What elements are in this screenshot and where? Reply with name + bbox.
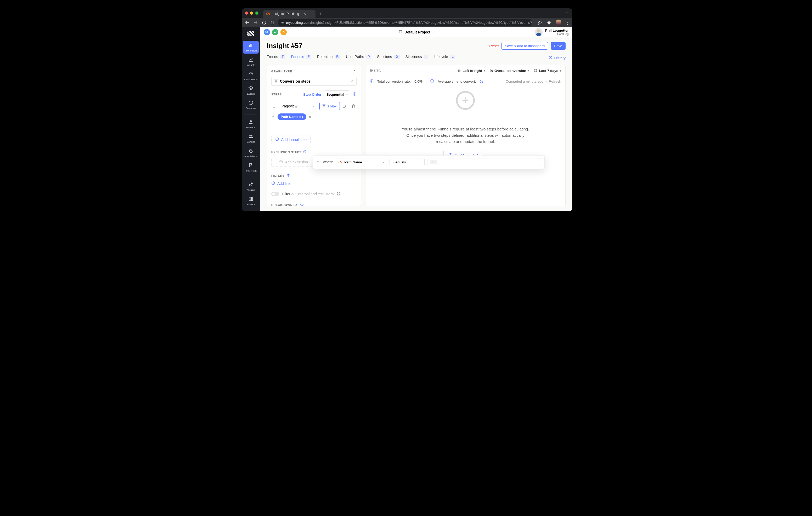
nav-sessions[interactable]: Sessions	[243, 98, 259, 111]
nav-annotations[interactable]: Annotations	[243, 146, 259, 159]
add-exclusion-button[interactable]: Add exclusion	[271, 158, 316, 166]
user-menu[interactable]: Phil Leggetter PostHog	[535, 28, 569, 36]
posthog-icon	[339, 161, 342, 163]
nav-new-insight[interactable]: New Insight	[243, 41, 259, 54]
graph-type-select[interactable]: Conversion steps	[271, 77, 356, 86]
filter-out-toggle[interactable]	[271, 192, 279, 196]
value-input[interactable]: / ×	[427, 158, 541, 166]
search-chip-button[interactable]	[264, 29, 270, 35]
date-range-select[interactable]: Last 7 days ▾	[534, 68, 561, 73]
home-button[interactable]	[269, 20, 275, 25]
tab-user-paths[interactable]: User PathsP	[346, 55, 371, 61]
info-icon[interactable]	[300, 203, 304, 206]
operator-select[interactable]: = equals ▾	[389, 158, 425, 166]
result-selectors: Left to right ▾ % Overall conversion ▾	[457, 68, 561, 73]
conversion-select[interactable]: % Overall conversion ▾	[490, 69, 529, 73]
nav-persons[interactable]: Persons	[243, 118, 259, 130]
steps-heading: STEPS	[271, 93, 282, 96]
minimize-window-button[interactable]	[250, 11, 253, 14]
step-order-select[interactable]: Sequential ▾	[324, 90, 350, 98]
tab-hotkey: R	[335, 55, 340, 59]
toolbar-right: ⋮	[537, 20, 570, 25]
chevron-down-icon: ▾	[383, 161, 384, 164]
tab-sessions[interactable]: SessionsO	[377, 55, 400, 61]
status-ok-chip[interactable]	[272, 29, 278, 35]
avg-convert-label: Average time to convert:	[438, 80, 476, 83]
extensions-icon[interactable]	[546, 20, 552, 25]
svg-point-44	[354, 93, 355, 93]
tabs-overflow-icon[interactable]	[566, 11, 569, 16]
tab-lifecycle[interactable]: LifecycleL	[434, 55, 455, 61]
svg-rect-29	[249, 197, 253, 201]
url-host: myposthog.com	[286, 21, 310, 25]
nav-feature-flags[interactable]: Feat. Flags	[243, 161, 259, 174]
close-window-button[interactable]	[245, 11, 248, 14]
user-text: Phil Leggetter PostHog	[545, 29, 569, 35]
chevron-down-icon: ▾	[432, 31, 434, 33]
info-icon[interactable]	[353, 92, 356, 97]
browser-tab[interactable]: Insights · PostHog ✕	[263, 10, 316, 18]
nav-dashboards[interactable]: Dashboards	[243, 69, 259, 82]
step-order-link[interactable]: Step Order	[303, 93, 321, 96]
fullscreen-window-button[interactable]	[255, 11, 258, 14]
window-controls	[245, 11, 258, 14]
app-root: New Insight Insights Dashboards Events S…	[242, 27, 572, 211]
config-panel: GRAPH TYPE Conversion steps	[267, 65, 361, 206]
chevron-up-icon[interactable]	[353, 69, 356, 74]
tab-retention[interactable]: RetentionR	[317, 55, 340, 61]
property-select[interactable]: Path Name ▾	[336, 158, 387, 166]
add-filter-button[interactable]: Add filter	[271, 181, 356, 186]
browser-menu-icon[interactable]: ⋮	[565, 20, 570, 25]
address-field[interactable]: myposthog.com/insights?insight=FUNNELS&a…	[278, 19, 532, 26]
tab-stickiness[interactable]: StickinessI	[405, 55, 428, 61]
posthog-logo-icon[interactable]	[245, 30, 256, 37]
nav-events[interactable]: Events	[243, 84, 259, 97]
close-tab-icon[interactable]: ✕	[303, 12, 306, 16]
tab-funnels[interactable]: FunnelsF	[291, 55, 311, 61]
status-up-chip[interactable]	[281, 29, 287, 35]
direction-select[interactable]: Left to right ▾	[457, 68, 485, 73]
history-link[interactable]: History	[549, 56, 566, 60]
tab-trends[interactable]: TrendsT	[267, 55, 285, 61]
svg-marker-7	[538, 21, 542, 24]
nav-cohorts[interactable]: Cohorts	[243, 132, 259, 145]
status-row: Total conversion rate: 0.0% Average time…	[366, 76, 565, 86]
remove-filter-icon[interactable]: ✕	[309, 115, 312, 119]
value-token[interactable]: / ×	[430, 160, 436, 164]
nav-insights[interactable]: Insights	[243, 55, 259, 68]
event-select[interactable]: Pageview ▾	[279, 102, 317, 110]
svg-point-57	[288, 174, 289, 175]
nav-plugins[interactable]: Plugins	[243, 180, 259, 193]
profile-avatar-icon[interactable]	[556, 20, 561, 25]
remove-value-icon[interactable]: ×	[433, 160, 435, 164]
add-funnel-step-button[interactable]: Add funnel step	[271, 135, 311, 144]
nav-label: Project	[247, 203, 255, 206]
reset-button[interactable]: Reset	[489, 44, 499, 48]
chevron-down-icon: ▾	[420, 161, 422, 164]
save-add-dashboard-button[interactable]: Save & add to dashboard	[501, 42, 548, 50]
svg-marker-19	[249, 87, 253, 89]
nav-project[interactable]: Project	[243, 194, 259, 207]
filter-chip[interactable]: Path Name = /	[278, 114, 306, 120]
info-icon[interactable]	[287, 173, 290, 178]
edit-step-icon[interactable]	[342, 103, 348, 109]
info-icon[interactable]	[303, 150, 307, 154]
save-button[interactable]: Save	[551, 42, 566, 50]
step-filter-badge[interactable]: 1 filter	[319, 102, 340, 110]
project-picker[interactable]: Default Project ▾	[399, 30, 434, 34]
back-button[interactable]	[244, 20, 250, 25]
lock-icon	[281, 21, 284, 25]
bookmark-icon[interactable]	[537, 20, 543, 25]
tab-label: Lifecycle	[434, 55, 448, 59]
refresh-link[interactable]: Refresh	[549, 80, 561, 83]
forward-button[interactable]	[253, 20, 258, 25]
nav-label: Sessions	[246, 107, 256, 110]
tab-label: Stickiness	[405, 55, 422, 59]
nav-label: Cohorts	[246, 140, 255, 143]
delete-step-icon[interactable]	[350, 103, 356, 109]
svg-point-25	[251, 151, 251, 151]
graph-type-section: GRAPH TYPE	[271, 69, 356, 74]
reload-button[interactable]	[261, 20, 267, 25]
gear-icon[interactable]	[337, 192, 341, 196]
new-tab-button[interactable]: ＋	[318, 10, 323, 17]
